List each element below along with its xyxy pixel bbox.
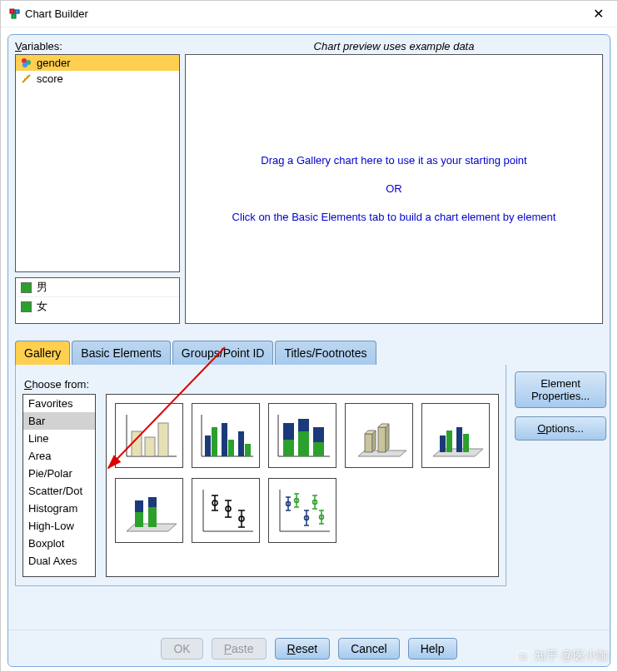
- variable-item[interactable]: gender: [16, 55, 179, 71]
- choose-from-label: Choose from:: [24, 378, 499, 391]
- svg-rect-40: [456, 427, 462, 452]
- svg-rect-2: [12, 14, 16, 18]
- cancel-button[interactable]: Cancel: [338, 638, 400, 660]
- category-item[interactable]: 男: [16, 278, 179, 297]
- svg-rect-43: [135, 500, 143, 512]
- svg-rect-45: [148, 497, 157, 507]
- variables-list[interactable]: gender score: [15, 54, 180, 272]
- dialog-content: Variables: gender score: [7, 34, 611, 667]
- svg-rect-41: [463, 434, 469, 452]
- svg-marker-33: [372, 431, 376, 452]
- thumb-error-bar-simple[interactable]: [192, 478, 260, 543]
- preview-placeholder: Drag a Gallery chart here to use it as y…: [232, 152, 556, 226]
- category-list[interactable]: 男 女: [15, 277, 180, 324]
- variables-label: Variables:: [15, 40, 180, 52]
- svg-rect-17: [212, 427, 217, 456]
- element-properties-button[interactable]: Element Properties...: [515, 371, 606, 408]
- svg-rect-1: [15, 10, 19, 13]
- variable-name: score: [37, 72, 63, 85]
- svg-rect-29: [313, 442, 324, 456]
- type-boxplot[interactable]: Boxplot: [23, 535, 95, 552]
- zhihu-icon: 知: [516, 650, 530, 663]
- svg-rect-27: [298, 431, 309, 456]
- thumb-3d-bar[interactable]: [345, 403, 413, 468]
- preview-header: Chart preview uses example data: [185, 40, 603, 52]
- thumb-error-bar-clustered[interactable]: [268, 478, 336, 543]
- chart-type-list[interactable]: Favorites Bar Line Area Pie/Polar Scatte…: [22, 394, 96, 577]
- svg-rect-11: [132, 431, 142, 456]
- type-high-low[interactable]: High-Low: [23, 517, 95, 535]
- svg-rect-19: [228, 440, 234, 456]
- svg-rect-39: [446, 431, 452, 452]
- svg-rect-12: [145, 437, 155, 456]
- variable-name: gender: [37, 57, 70, 69]
- svg-rect-13: [158, 423, 168, 456]
- thumb-simple-bar[interactable]: [115, 403, 183, 468]
- svg-rect-0: [10, 9, 14, 13]
- svg-rect-20: [238, 431, 244, 456]
- svg-rect-18: [222, 423, 227, 456]
- scale-icon: [21, 73, 32, 84]
- svg-text:知: 知: [519, 652, 527, 661]
- tab-gallery[interactable]: Gallery: [15, 341, 70, 365]
- nominal-icon: [21, 57, 32, 68]
- type-pie-polar[interactable]: Pie/Polar: [23, 465, 95, 482]
- category-swatch-icon: [21, 282, 32, 293]
- type-line[interactable]: Line: [23, 430, 95, 447]
- tab-basic-elements[interactable]: Basic Elements: [72, 341, 170, 365]
- thumb-stacked-bar[interactable]: [268, 403, 336, 468]
- svg-marker-36: [386, 424, 389, 452]
- app-icon: [9, 8, 20, 19]
- type-scatter-dot[interactable]: Scatter/Dot: [23, 482, 95, 500]
- close-button[interactable]: ✕: [588, 4, 609, 23]
- type-favorites[interactable]: Favorites: [23, 395, 95, 412]
- ok-button: OK: [161, 638, 202, 660]
- variable-item[interactable]: score: [16, 71, 179, 87]
- svg-rect-24: [283, 423, 294, 440]
- svg-rect-28: [313, 427, 324, 442]
- thumb-clustered-bar[interactable]: [192, 403, 260, 468]
- watermark: 知 知乎 @医小咖: [516, 649, 608, 664]
- svg-rect-16: [205, 436, 211, 456]
- chart-preview-dropzone[interactable]: Drag a Gallery chart here to use it as y…: [185, 54, 603, 324]
- thumb-3d-stacked-bar[interactable]: [115, 478, 183, 543]
- options-button[interactable]: Options...: [515, 416, 606, 441]
- tabs: Gallery Basic Elements Groups/Point ID T…: [15, 341, 603, 365]
- type-histogram[interactable]: Histogram: [23, 500, 95, 517]
- thumb-3d-clustered-bar[interactable]: [421, 403, 490, 468]
- window-title: Chart Builder: [25, 7, 88, 20]
- gallery-panel: Choose from: Favorites Bar Line Area Pie…: [15, 365, 506, 586]
- svg-rect-31: [365, 434, 372, 452]
- svg-rect-44: [135, 512, 143, 527]
- tab-groups-point-id[interactable]: Groups/Point ID: [172, 341, 274, 365]
- type-dual-axes[interactable]: Dual Axes: [23, 552, 95, 570]
- category-item[interactable]: 女: [16, 297, 179, 316]
- tab-titles-footnotes[interactable]: Titles/Footnotes: [275, 341, 376, 365]
- type-area[interactable]: Area: [23, 447, 95, 465]
- category-swatch-icon: [21, 301, 32, 312]
- paste-button: Paste: [212, 638, 267, 660]
- titlebar: Chart Builder ✕: [1, 1, 617, 27]
- svg-rect-46: [148, 507, 157, 527]
- reset-button[interactable]: Reset: [275, 638, 331, 660]
- svg-rect-38: [440, 436, 446, 452]
- svg-rect-21: [245, 444, 251, 456]
- type-bar[interactable]: Bar: [23, 412, 95, 430]
- help-button[interactable]: Help: [408, 638, 457, 660]
- svg-point-5: [22, 62, 27, 67]
- svg-rect-26: [298, 419, 309, 431]
- gallery-thumbnails: [106, 394, 499, 577]
- svg-rect-34: [378, 427, 386, 452]
- svg-rect-25: [283, 440, 294, 456]
- svg-line-6: [22, 75, 30, 82]
- chart-builder-window: Chart Builder ✕ Variables: gender: [0, 0, 618, 672]
